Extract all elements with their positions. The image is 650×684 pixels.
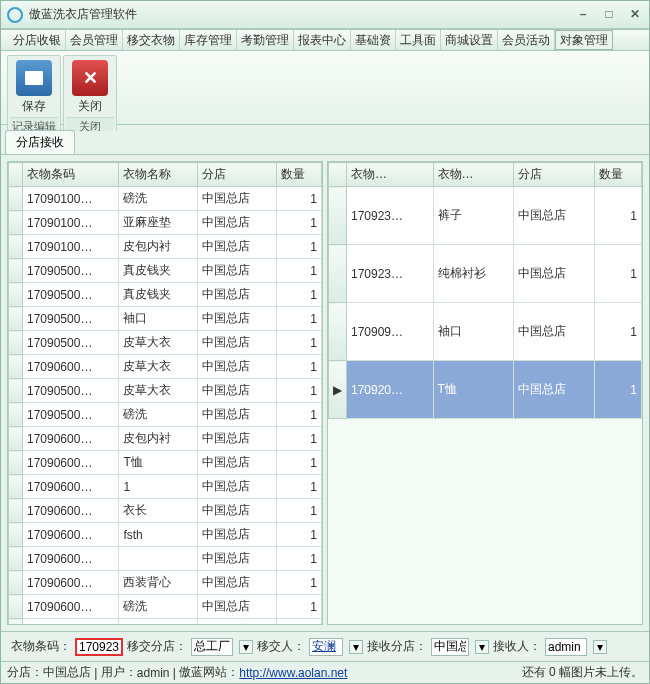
table-row[interactable]: 17090600…中国总店1 bbox=[9, 547, 322, 571]
table-row[interactable]: 17090600…fsth中国总店1 bbox=[9, 523, 322, 547]
table-row[interactable]: 17090100…亚麻座垫中国总店1 bbox=[9, 211, 322, 235]
receive-branch-dropdown-icon[interactable]: ▾ bbox=[475, 640, 489, 654]
maximize-button[interactable]: □ bbox=[601, 7, 617, 23]
table-row[interactable]: 17090600…皮包内衬中国总店1 bbox=[9, 427, 322, 451]
menu-1[interactable]: 会员管理 bbox=[66, 30, 123, 50]
status-user: admin bbox=[137, 666, 170, 680]
barcode-input[interactable] bbox=[75, 638, 123, 656]
transfer-branch-label: 移交分店： bbox=[127, 638, 187, 655]
save-button[interactable]: 保存 bbox=[12, 60, 56, 115]
transfer-person-dropdown-icon[interactable]: ▾ bbox=[349, 640, 363, 654]
right-col-4[interactable]: 数量 bbox=[595, 163, 642, 187]
left-grid[interactable]: 衣物条码衣物名称分店数量17090100…磅洗中国总店117090100…亚麻座… bbox=[8, 162, 322, 624]
left-col-0[interactable] bbox=[9, 163, 23, 187]
tabstrip: 分店接收 bbox=[1, 131, 649, 155]
table-row[interactable]: 17090100…皮包内衬中国总店1 bbox=[9, 235, 322, 259]
table-row[interactable]: 17090600…西装背心中国总店1 bbox=[9, 571, 322, 595]
status-branch: 中国总店 bbox=[43, 664, 91, 681]
table-row[interactable]: 170923…纯棉衬衫中国总店1 bbox=[329, 245, 642, 303]
right-col-2[interactable]: 衣物… bbox=[433, 163, 514, 187]
status-branch-label: 分店： bbox=[7, 664, 43, 681]
menu-3[interactable]: 库存管理 bbox=[180, 30, 237, 50]
right-grid[interactable]: 衣物…衣物…分店数量170923…裤子中国总店1170923…纯棉衬衫中国总店1… bbox=[328, 162, 642, 419]
close-button[interactable]: ✕关闭 bbox=[68, 60, 112, 115]
close-window-button[interactable]: ✕ bbox=[627, 7, 643, 23]
table-row[interactable]: 17090600…皮草大衣中国总店1 bbox=[9, 355, 322, 379]
status-site-label: 傲蓝网站： bbox=[179, 664, 239, 681]
titlebar: 傲蓝洗衣店管理软件 – □ ✕ bbox=[1, 1, 649, 29]
table-row[interactable]: 17090600…1中国总店1 bbox=[9, 475, 322, 499]
menubar: 分店收银会员管理移交衣物库存管理考勤管理报表中心基础资工具面商城设置会员活动对象… bbox=[1, 29, 649, 51]
table-row[interactable]: 17090500…真皮钱夹中国总店1 bbox=[9, 283, 322, 307]
status-site-link[interactable]: http://www.aolan.net bbox=[239, 666, 347, 680]
receive-person-dropdown-icon[interactable]: ▾ bbox=[593, 640, 607, 654]
left-col-1[interactable]: 衣物条码 bbox=[23, 163, 119, 187]
receive-person-input[interactable] bbox=[545, 638, 587, 656]
transfer-branch-dropdown-icon[interactable]: ▾ bbox=[239, 640, 253, 654]
menu-6[interactable]: 基础资 bbox=[351, 30, 396, 50]
close-icon: ✕ bbox=[72, 60, 108, 96]
receive-person-label: 接收人： bbox=[493, 638, 541, 655]
table-row[interactable]: 17090500…皮草大衣中国总店1 bbox=[9, 379, 322, 403]
table-row[interactable]: 170923…裤子中国总店1 bbox=[329, 187, 642, 245]
table-row[interactable]: 17090100…磅洗中国总店1 bbox=[9, 187, 322, 211]
status-user-label: 用户： bbox=[101, 664, 137, 681]
menu-9[interactable]: 会员活动 bbox=[498, 30, 555, 50]
right-col-0[interactable] bbox=[329, 163, 347, 187]
toolbar: 保存记录编辑✕关闭关闭 bbox=[1, 51, 649, 125]
app-logo-icon bbox=[7, 7, 23, 23]
menu-7[interactable]: 工具面 bbox=[396, 30, 441, 50]
table-row[interactable]: 17090600…衣长中国总店1 bbox=[9, 499, 322, 523]
right-col-3[interactable]: 分店 bbox=[514, 163, 595, 187]
window-title: 傲蓝洗衣店管理软件 bbox=[29, 6, 575, 23]
table-row[interactable]: 17090500…皮草大衣中国总店1 bbox=[9, 331, 322, 355]
transfer-branch-input[interactable] bbox=[191, 638, 233, 656]
tab-branch-receive[interactable]: 分店接收 bbox=[5, 130, 75, 154]
save-icon bbox=[16, 60, 52, 96]
menu-10[interactable]: 对象管理 bbox=[555, 30, 613, 50]
receive-branch-input[interactable] bbox=[431, 638, 469, 656]
table-row[interactable]: ▶170920…T恤中国总店1 bbox=[329, 361, 642, 419]
statusbar: 分店： 中国总店 | 用户： admin | 傲蓝网站： http://www.… bbox=[1, 661, 649, 683]
table-row[interactable]: 17090500…磅洗中国总店1 bbox=[9, 403, 322, 427]
right-grid-pane: 衣物…衣物…分店数量170923…裤子中国总店1170923…纯棉衬衫中国总店1… bbox=[327, 161, 643, 625]
left-grid-pane: 衣物条码衣物名称分店数量17090100…磅洗中国总店117090100…亚麻座… bbox=[7, 161, 323, 625]
right-col-1[interactable]: 衣物… bbox=[347, 163, 434, 187]
status-right-msg: 还有 0 幅图片未上传。 bbox=[522, 664, 643, 681]
menu-0[interactable]: 分店收银 bbox=[9, 30, 66, 50]
table-row[interactable]: 17090500…真皮钱夹中国总店1 bbox=[9, 259, 322, 283]
left-col-2[interactable]: 衣物名称 bbox=[119, 163, 198, 187]
save-label: 保存 bbox=[22, 98, 46, 115]
menu-8[interactable]: 商城设置 bbox=[441, 30, 498, 50]
left-col-3[interactable]: 分店 bbox=[197, 163, 276, 187]
menu-2[interactable]: 移交衣物 bbox=[123, 30, 180, 50]
table-row[interactable]: 17090600…T恤中国总店1 bbox=[9, 451, 322, 475]
barcode-label: 衣物条码： bbox=[11, 638, 71, 655]
menu-4[interactable]: 考勤管理 bbox=[237, 30, 294, 50]
transfer-person-input[interactable] bbox=[309, 638, 343, 656]
menu-5[interactable]: 报表中心 bbox=[294, 30, 351, 50]
left-col-4[interactable]: 数量 bbox=[276, 163, 322, 187]
receive-branch-label: 接收分店： bbox=[367, 638, 427, 655]
table-row[interactable]: 17090600…磅洗中国总店1 bbox=[9, 595, 322, 619]
transfer-person-label: 移交人： bbox=[257, 638, 305, 655]
minimize-button[interactable]: – bbox=[575, 7, 591, 23]
table-row[interactable]: 17090700…内衬中国总店1 bbox=[9, 619, 322, 625]
form-bar: 衣物条码： 移交分店： ▾ 移交人： ▾ 接收分店： ▾ 接收人： ▾ bbox=[1, 631, 649, 661]
table-row[interactable]: 17090500…袖口中国总店1 bbox=[9, 307, 322, 331]
table-row[interactable]: 170909…袖口中国总店1 bbox=[329, 303, 642, 361]
close-label: 关闭 bbox=[78, 98, 102, 115]
